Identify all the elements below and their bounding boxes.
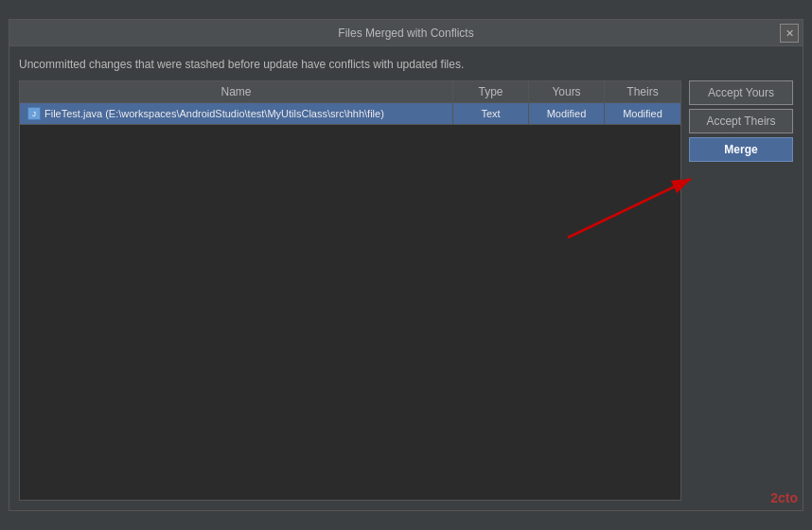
accept-yours-button[interactable]: Accept Yours (689, 80, 793, 105)
files-table: Name Type Yours Theirs J FileTest.java (… (19, 80, 681, 501)
file-name: FileTest.java (E:\workspaces\AndroidStud… (44, 108, 384, 119)
merge-button[interactable]: Merge (689, 137, 793, 162)
col-yours: Yours (529, 81, 605, 102)
content-area: Name Type Yours Theirs J FileTest.java (… (19, 80, 793, 501)
dialog: Files Merged with Conflicts ✕ Uncommitte… (9, 19, 803, 511)
col-type: Type (453, 81, 529, 102)
cell-type: Text (453, 103, 529, 124)
dialog-body: Uncommitted changes that were stashed be… (9, 46, 803, 510)
cell-yours: Modified (529, 103, 605, 124)
watermark: 2cto (770, 490, 798, 505)
cell-theirs: Modified (605, 103, 680, 124)
close-button[interactable]: ✕ (780, 24, 799, 43)
table-row[interactable]: J FileTest.java (E:\workspaces\AndroidSt… (20, 103, 680, 125)
file-icon: J (27, 107, 41, 120)
cell-name: J FileTest.java (E:\workspaces\AndroidSt… (20, 103, 453, 124)
col-name: Name (20, 81, 453, 102)
table-body: J FileTest.java (E:\workspaces\AndroidSt… (20, 103, 680, 500)
buttons-panel: Accept Yours Accept Theirs Merge (689, 80, 793, 501)
info-text: Uncommitted changes that were stashed be… (19, 56, 793, 73)
table-header: Name Type Yours Theirs (20, 81, 680, 103)
accept-theirs-button[interactable]: Accept Theirs (689, 109, 793, 133)
dialog-title: Files Merged with Conflicts (338, 26, 473, 40)
title-bar: Files Merged with Conflicts ✕ (9, 20, 803, 46)
col-theirs: Theirs (605, 81, 680, 102)
